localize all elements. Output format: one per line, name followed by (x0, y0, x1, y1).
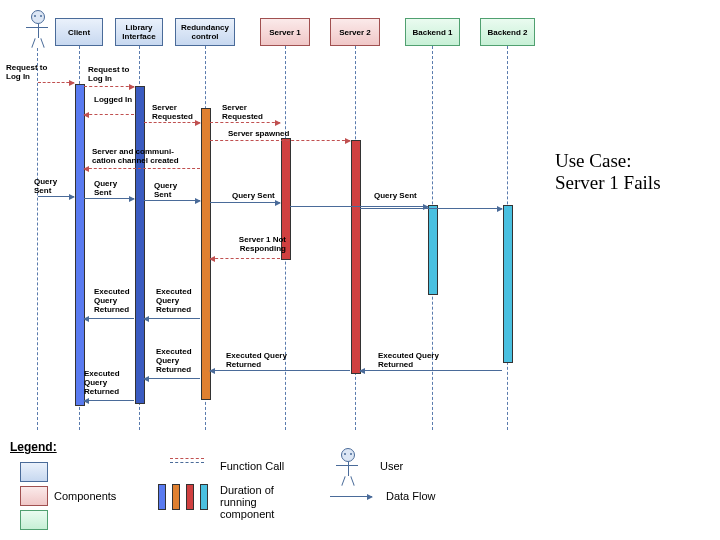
msg-request-login-1: Request to Log In (6, 64, 50, 82)
node-server1: Server 1 (260, 18, 310, 46)
arrow (210, 122, 280, 123)
legend: Legend: Components Function Call Duratio… (10, 440, 510, 454)
bar-backend2 (503, 205, 513, 363)
legend-duration: Duration of running component (220, 484, 300, 520)
msg-eqr6: Executed Query Returned (378, 352, 448, 370)
arrow (210, 202, 280, 203)
msg-eqr1: Executed Query Returned (94, 288, 138, 314)
arrow (210, 140, 350, 141)
arrow (360, 208, 502, 209)
swatch-red (20, 486, 48, 506)
arrow (360, 370, 502, 371)
legend-user: User (380, 460, 403, 472)
bar-library (135, 86, 145, 404)
label: Server 1 (269, 28, 301, 37)
msg-server-req-1: Server Requested (152, 104, 200, 122)
arrow (84, 318, 134, 319)
label: Backend 1 (412, 28, 452, 37)
arrow (144, 200, 200, 201)
arrow (144, 378, 200, 379)
swatch-green (20, 510, 48, 530)
node-client: Client (55, 18, 103, 46)
lifeline-actor (37, 48, 38, 430)
msg-qs2: Query Sent (94, 180, 126, 198)
msg-channel: Server and communi- cation channel creat… (92, 148, 202, 166)
label: Client (68, 28, 90, 37)
bar-backend1 (428, 205, 438, 295)
msg-request-login-2: Request to Log In (88, 66, 132, 84)
arrow (84, 86, 134, 87)
node-server2: Server 2 (330, 18, 380, 46)
title-line2: Server 1 Fails (555, 172, 661, 194)
legend-dataflow: Data Flow (386, 490, 436, 502)
msg-qs3: Query Sent (154, 182, 186, 200)
msg-eqr4: Executed Query Returned (84, 370, 128, 396)
arrow (144, 318, 200, 319)
arrow (210, 258, 280, 259)
arrow (144, 122, 200, 123)
msg-server-spawned: Server spawned (228, 130, 298, 139)
msg-server-req-2: Server Requested (222, 104, 270, 122)
arrow (84, 400, 134, 401)
label: Server 2 (339, 28, 371, 37)
arrow (210, 370, 350, 371)
label: Redundancy control (178, 23, 232, 41)
arrow (38, 196, 74, 197)
msg-eqr2: Executed Query Returned (156, 288, 200, 314)
msg-eqr3: Executed Query Returned (156, 348, 200, 374)
msg-qs1: Query Sent (34, 178, 66, 196)
node-redundancy: Redundancy control (175, 18, 235, 46)
msg-qs5: Query Sent (374, 192, 424, 201)
bar-redundancy (201, 108, 211, 400)
arrow (38, 82, 74, 83)
msg-logged-in: Logged In (94, 96, 134, 105)
legend-heading: Legend: (10, 440, 510, 454)
node-backend1: Backend 1 (405, 18, 460, 46)
label: Backend 2 (487, 28, 527, 37)
title-line1: Use Case: (555, 150, 632, 172)
swatch-blue (20, 462, 48, 482)
arrow (84, 198, 134, 199)
msg-s1-not-resp: Server 1 Not Responding (226, 236, 286, 254)
legend-components: Components (54, 490, 116, 502)
arrow (84, 114, 134, 115)
legend-user-icon (340, 448, 356, 476)
legend-fn: Function Call (220, 460, 284, 472)
actor-client (30, 10, 46, 38)
msg-eqr5: Executed Query Returned (226, 352, 296, 370)
node-library: Library Interface (115, 18, 163, 46)
label: Library Interface (118, 23, 160, 41)
arrow (84, 168, 200, 169)
node-backend2: Backend 2 (480, 18, 535, 46)
arrow (290, 206, 428, 207)
bar-client (75, 84, 85, 406)
bar-server2 (351, 140, 361, 374)
